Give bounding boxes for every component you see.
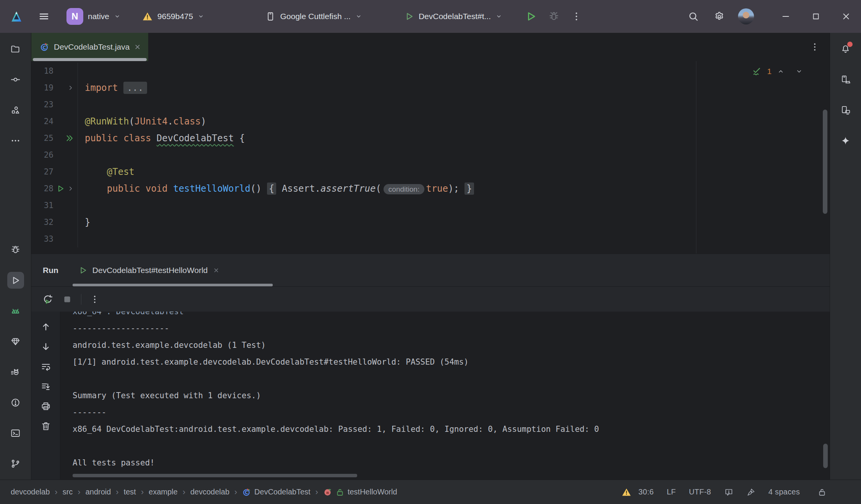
run-gutter-icon[interactable] xyxy=(56,184,65,193)
more-actions-button[interactable] xyxy=(571,11,582,22)
sidebar-item-structure[interactable] xyxy=(7,102,24,118)
breadcrumb-item[interactable]: example xyxy=(149,488,178,496)
line-number: 25 xyxy=(31,134,53,143)
sidebar-item-notifications[interactable] xyxy=(837,40,854,57)
code-line[interactable]: 31 xyxy=(31,197,830,214)
problems-icon xyxy=(10,397,21,408)
maximize-button[interactable] xyxy=(811,12,821,21)
tab-options-icon[interactable] xyxy=(810,42,820,52)
sidebar-item-project[interactable] xyxy=(7,40,24,57)
prev-problem-icon[interactable] xyxy=(777,68,785,75)
trash-icon[interactable] xyxy=(40,421,51,431)
branch-selector[interactable]: 9659b475 xyxy=(142,11,204,22)
code-line[interactable]: 19import ... xyxy=(31,79,830,96)
console-vscrollbar[interactable] xyxy=(823,444,828,468)
close-run-tab-icon[interactable] xyxy=(213,267,220,274)
sidebar-item-commit[interactable] xyxy=(7,71,24,88)
console-output[interactable]: x86_64 : DevCodelabTest-----------------… xyxy=(60,312,830,480)
breadcrumb-item[interactable]: test xyxy=(124,488,136,496)
fold-chevron-icon[interactable] xyxy=(67,185,74,192)
code-line[interactable]: 18 xyxy=(31,63,830,79)
gutter xyxy=(53,214,78,231)
code-line[interactable]: 23 xyxy=(31,96,830,113)
breadcrumb-label: example xyxy=(149,488,178,496)
warnings-icon[interactable] xyxy=(621,487,631,497)
sidebar-item-logcat[interactable] xyxy=(7,302,24,319)
breadcrumb-label: test xyxy=(124,488,136,496)
code-line[interactable]: 24@RunWith(JUnit4.class) xyxy=(31,113,830,130)
console-line xyxy=(73,438,830,454)
breadcrumb: devcodelab›src›android›test›example›devc… xyxy=(11,487,397,497)
highlighting-level-icon[interactable] xyxy=(746,488,756,497)
breadcrumb-separator: › xyxy=(316,487,318,497)
breadcrumb-item[interactable]: android xyxy=(86,488,111,496)
sidebar-item-terminal[interactable] xyxy=(7,425,24,441)
code-line[interactable]: 33 xyxy=(31,231,830,247)
code-text: @Test xyxy=(78,166,134,177)
editor-tab[interactable]: C DevCodelabTest.java xyxy=(31,33,148,61)
search-everywhere-button[interactable] xyxy=(688,11,699,22)
debug-button[interactable] xyxy=(548,11,560,22)
code-line[interactable]: 25public class DevCodelabTest { xyxy=(31,130,830,147)
line-separator[interactable]: LF xyxy=(667,488,676,496)
breadcrumb-item[interactable]: mtestHelloWorld xyxy=(323,488,397,497)
code-line[interactable]: 27 @Test xyxy=(31,163,830,180)
device-selector[interactable]: Google Cuttlefish ... xyxy=(265,11,362,21)
sidebar-item-profiler[interactable] xyxy=(7,363,24,380)
settings-button[interactable] xyxy=(714,11,725,22)
console-more-options[interactable] xyxy=(90,294,100,304)
run-tab[interactable]: DevCodelabTest#testHelloWorld xyxy=(78,266,220,275)
breadcrumb-item[interactable]: devcodelab xyxy=(11,488,50,496)
sidebar-item-run[interactable] xyxy=(7,272,24,289)
arrow-down-icon[interactable] xyxy=(40,341,51,352)
scrollend-icon[interactable] xyxy=(40,381,51,392)
sidebar-item-gemini[interactable] xyxy=(837,132,854,149)
printer-icon[interactable] xyxy=(40,401,51,412)
project-selector[interactable]: N native xyxy=(66,8,121,25)
caret-position[interactable]: 30:6 xyxy=(638,488,654,496)
softwrap-icon[interactable] xyxy=(40,361,51,372)
code-line[interactable]: 28 public void testHelloWorld() { Assert… xyxy=(31,180,830,197)
breadcrumb-item[interactable]: CDevCodelabTest xyxy=(242,488,311,497)
fold-chevron-icon[interactable] xyxy=(67,84,74,91)
run-tab-label: DevCodelabTest#testHelloWorld xyxy=(92,266,208,275)
run-configuration-selector[interactable]: DevCodelabTest#t... xyxy=(404,11,502,21)
run-button[interactable] xyxy=(525,11,537,22)
running-devices-icon xyxy=(840,105,851,115)
file-writable-icon[interactable] xyxy=(817,488,827,497)
minimize-button[interactable] xyxy=(781,11,791,21)
console-hscrollbar[interactable] xyxy=(73,474,357,477)
sidebar-item-more-tools[interactable] xyxy=(7,132,24,149)
sidebar-item-debug[interactable] xyxy=(7,241,24,258)
code-editor[interactable]: 1819import ...2324@RunWith(JUnit4.class)… xyxy=(31,61,830,254)
rerun-button[interactable] xyxy=(42,294,53,305)
breadcrumb-label: testHelloWorld xyxy=(348,488,397,496)
editor-scrollbar[interactable] xyxy=(823,110,827,214)
inspection-widget[interactable]: 1 xyxy=(752,66,803,76)
breadcrumb-item[interactable]: src xyxy=(63,488,73,496)
notifications-bubble-icon[interactable] xyxy=(724,488,733,497)
sidebar-item-app-quality-insights[interactable] xyxy=(7,333,24,350)
code-line[interactable]: 32} xyxy=(31,214,830,231)
run-tool-window: Run DevCodelabTest#testHelloWorld xyxy=(31,254,830,480)
indent-setting[interactable]: 4 spaces xyxy=(769,488,800,496)
sidebar-item-running-devices[interactable] xyxy=(837,102,854,118)
breadcrumb-item[interactable]: devcodelab xyxy=(190,488,229,496)
sidebar-item-device-manager[interactable] xyxy=(837,71,854,88)
error-analysis-icon[interactable] xyxy=(840,487,850,497)
code-line[interactable]: 26 xyxy=(31,147,830,163)
vcs-icon xyxy=(10,459,21,469)
sidebar-item-problems[interactable] xyxy=(7,394,24,411)
stop-button[interactable] xyxy=(62,294,73,305)
file-encoding[interactable]: UTF-8 xyxy=(689,488,711,496)
sidebar-item-version-control[interactable] xyxy=(7,455,24,472)
user-avatar[interactable] xyxy=(738,8,754,24)
main-area: C DevCodelabTest.java 1819import ...2324… xyxy=(31,33,830,480)
close-button[interactable] xyxy=(841,11,851,21)
arrow-up-icon[interactable] xyxy=(40,321,51,332)
close-tab-icon[interactable] xyxy=(134,43,141,51)
main-menu-button[interactable] xyxy=(38,11,50,22)
next-problem-icon[interactable] xyxy=(795,68,803,75)
run-config-play-icon xyxy=(404,11,414,21)
run-gutter-icon[interactable] xyxy=(65,134,74,143)
